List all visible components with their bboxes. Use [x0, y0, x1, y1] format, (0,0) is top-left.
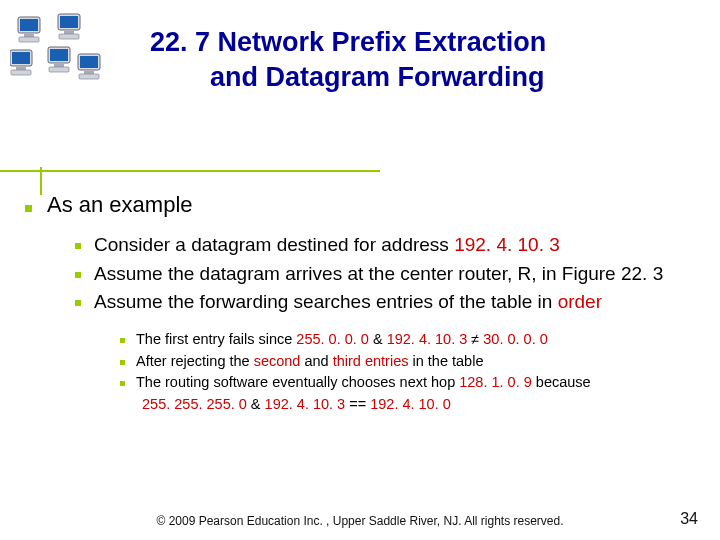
svg-rect-14 — [54, 64, 64, 67]
computers-icon — [10, 12, 105, 87]
svg-rect-3 — [19, 37, 39, 42]
slide-body: As an example Consider a datagram destin… — [25, 192, 695, 414]
svg-rect-17 — [80, 56, 98, 68]
svg-rect-9 — [12, 52, 30, 64]
bullet-l2-text: Consider a datagram destined for address… — [94, 233, 560, 258]
title-line-1: 22. 7 Network Prefix Extraction — [150, 27, 546, 57]
bullet-l2: Assume the datagram arrives at the cente… — [75, 262, 695, 287]
bullet-l3-text: After rejecting the second and third ent… — [136, 352, 483, 372]
bullet-l3-group: The first entry fails since 255. 0. 0. 0… — [120, 330, 695, 414]
bullet-l2: Assume the forwarding searches entries o… — [75, 290, 695, 315]
svg-rect-10 — [16, 67, 26, 70]
svg-rect-18 — [84, 71, 94, 74]
svg-rect-2 — [24, 34, 34, 37]
bullet-l2: Consider a datagram destined for address… — [75, 233, 695, 258]
bullet-l3-continuation: 255. 255. 255. 0 & 192. 4. 10. 3 == 192.… — [142, 395, 695, 415]
svg-rect-5 — [60, 16, 78, 28]
page-number: 34 — [680, 510, 698, 528]
bullet-icon — [120, 381, 125, 386]
bullet-icon — [25, 205, 32, 212]
bullet-l3: The first entry fails since 255. 0. 0. 0… — [120, 330, 695, 350]
bullet-l2-text: Assume the forwarding searches entries o… — [94, 290, 602, 315]
bullet-l3: The routing software eventually chooses … — [120, 373, 695, 393]
svg-rect-15 — [49, 67, 69, 72]
bullet-icon — [120, 360, 125, 365]
copyright-footer: © 2009 Pearson Education Inc. , Upper Sa… — [0, 514, 720, 528]
slide-title: 22. 7 Network Prefix Extraction and Data… — [0, 25, 720, 95]
svg-rect-1 — [20, 19, 38, 31]
svg-rect-11 — [11, 70, 31, 75]
bullet-l3-text: The routing software eventually chooses … — [136, 373, 591, 393]
decorative-rule-h — [0, 170, 380, 172]
svg-rect-19 — [79, 74, 99, 79]
bullet-icon — [120, 338, 125, 343]
bullet-l1-text: As an example — [47, 192, 193, 218]
bullet-l1: As an example — [25, 192, 695, 218]
svg-rect-6 — [64, 31, 74, 34]
bullet-l2-group: Consider a datagram destined for address… — [75, 233, 695, 315]
header: 22. 7 Network Prefix Extraction and Data… — [0, 0, 720, 95]
svg-rect-7 — [59, 34, 79, 39]
bullet-l3-text: The first entry fails since 255. 0. 0. 0… — [136, 330, 548, 350]
bullet-icon — [75, 300, 81, 306]
title-line-2: and Datagram Forwarding — [150, 62, 545, 92]
svg-rect-13 — [50, 49, 68, 61]
decorative-rule-v — [40, 167, 42, 195]
bullet-l2-text: Assume the datagram arrives at the cente… — [94, 262, 663, 287]
bullet-icon — [75, 272, 81, 278]
bullet-icon — [75, 243, 81, 249]
bullet-l3: After rejecting the second and third ent… — [120, 352, 695, 372]
